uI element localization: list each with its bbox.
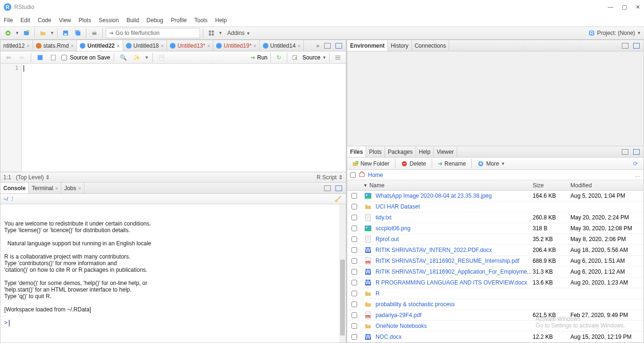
minimize-pane-icon[interactable] bbox=[322, 183, 333, 193]
file-select-checkbox[interactable] bbox=[351, 193, 357, 199]
find-button[interactable]: 🔍 bbox=[118, 52, 128, 63]
rename-button[interactable]: ➜Rename bbox=[436, 160, 468, 167]
sort-by-size[interactable]: Size bbox=[533, 182, 570, 189]
new-folder-button[interactable]: New Folder bbox=[350, 160, 391, 167]
source-tab[interactable]: Untitled13* × bbox=[167, 40, 213, 51]
minimize-button[interactable]: — bbox=[608, 4, 613, 10]
console-output[interactable]: You are welcome to redistribute it under… bbox=[0, 204, 346, 343]
file-name-link[interactable]: UCI HAR Dataset bbox=[376, 203, 420, 210]
file-name-link[interactable]: Rprof.out bbox=[376, 236, 399, 243]
source-button[interactable]: Source bbox=[302, 54, 320, 61]
file-select-checkbox[interactable] bbox=[351, 258, 357, 264]
file-name-link[interactable]: padariya-29F4.pdf bbox=[376, 312, 421, 318]
tab-files[interactable]: Files bbox=[347, 146, 366, 158]
file-name-link[interactable]: WhatsApp Image 2020-08-04 at 23.35.38.jp… bbox=[376, 192, 492, 199]
menu-edit[interactable]: Edit bbox=[20, 17, 30, 24]
close-tab-icon[interactable]: × bbox=[253, 43, 256, 49]
menu-session[interactable]: Session bbox=[99, 17, 119, 24]
dropdown-caret-icon[interactable]: ▼ bbox=[50, 31, 54, 35]
file-select-checkbox[interactable] bbox=[351, 312, 357, 318]
file-select-checkbox[interactable] bbox=[351, 301, 357, 307]
maximize-pane-icon[interactable] bbox=[334, 183, 344, 193]
tab-environment[interactable]: Environment bbox=[347, 40, 388, 51]
show-document-button[interactable] bbox=[48, 52, 59, 63]
dropdown-caret-icon[interactable]: ▼ bbox=[218, 31, 223, 35]
menu-tools[interactable]: Tools bbox=[194, 17, 208, 24]
menu-plots[interactable]: Plots bbox=[79, 17, 92, 24]
file-select-checkbox[interactable] bbox=[351, 226, 357, 231]
rerun-button[interactable]: ↻ bbox=[274, 52, 284, 63]
close-tab-icon[interactable]: × bbox=[298, 43, 301, 49]
file-select-checkbox[interactable] bbox=[351, 247, 357, 253]
file-select-checkbox[interactable] bbox=[351, 215, 357, 220]
file-select-checkbox[interactable] bbox=[351, 204, 357, 209]
file-select-checkbox[interactable] bbox=[351, 280, 357, 285]
popout-icon[interactable]: ⤴ bbox=[11, 196, 14, 202]
close-tab-icon[interactable]: × bbox=[207, 43, 210, 49]
run-button[interactable]: Run bbox=[257, 54, 268, 61]
menu-build[interactable]: Build bbox=[126, 17, 139, 24]
open-file-button[interactable] bbox=[38, 28, 48, 38]
new-file-button[interactable] bbox=[3, 28, 13, 38]
path-more-button[interactable]: … bbox=[635, 172, 641, 178]
source-tab[interactable]: ntitled12 × bbox=[0, 40, 33, 51]
wand-button[interactable]: ✨ bbox=[131, 52, 142, 63]
clear-console-button[interactable]: 🧹 bbox=[333, 194, 343, 204]
active-project[interactable]: R Project: (None) ▼ bbox=[588, 30, 641, 36]
back-button[interactable]: ⇦ bbox=[3, 52, 14, 63]
close-button[interactable]: ✕ bbox=[636, 4, 640, 10]
tab-connections[interactable]: Connections bbox=[412, 40, 450, 51]
dropdown-caret-icon[interactable]: ▼ bbox=[15, 31, 19, 35]
file-select-checkbox[interactable] bbox=[351, 269, 357, 275]
go-to-file-input[interactable]: ➜ Go to file/function bbox=[106, 28, 200, 38]
close-tab-icon[interactable]: × bbox=[26, 43, 29, 49]
print-button[interactable] bbox=[89, 28, 100, 38]
refresh-button[interactable]: ⟳ bbox=[630, 159, 641, 169]
forward-button[interactable]: ⇨ bbox=[17, 52, 27, 63]
new-project-button[interactable] bbox=[21, 28, 32, 38]
source-tab[interactable]: Untitled14 × bbox=[260, 40, 304, 51]
file-select-checkbox[interactable] bbox=[351, 291, 357, 296]
close-tab-icon[interactable]: × bbox=[71, 43, 74, 49]
maximize-pane-icon[interactable] bbox=[631, 41, 642, 51]
tab-console[interactable]: Console bbox=[0, 183, 29, 194]
file-name-link[interactable]: RITIK SHRIVASTAV_18116902_RESUME_Interns… bbox=[376, 258, 519, 264]
file-name-link[interactable]: RITIK SHRIVASTAV_18116902_Application_Fo… bbox=[376, 268, 532, 275]
scrollbar[interactable] bbox=[339, 204, 346, 343]
source-tab[interactable]: Untitled22 × bbox=[77, 40, 123, 51]
file-name-link[interactable]: RITIK SHRIVASTAV_INTERN_2022.PDF.docx bbox=[376, 247, 492, 253]
outline-button[interactable] bbox=[333, 52, 343, 63]
file-name-link[interactable]: tidy.txt bbox=[376, 214, 392, 221]
menu-code[interactable]: Code bbox=[38, 17, 51, 24]
menu-debug[interactable]: Debug bbox=[147, 17, 163, 24]
source-on-save-checkbox[interactable] bbox=[61, 55, 67, 60]
menu-view[interactable]: View bbox=[59, 17, 71, 24]
tab-plots[interactable]: Plots bbox=[366, 146, 385, 157]
addins-menu[interactable]: Addins ▼ bbox=[225, 30, 253, 36]
tab-jobs[interactable]: Jobs × bbox=[61, 183, 84, 193]
source-tab[interactable]: Untitled18 × bbox=[123, 40, 167, 51]
source-tab[interactable]: Untitled19* × bbox=[213, 40, 259, 51]
tab-history[interactable]: History bbox=[388, 40, 411, 51]
file-name-link[interactable]: R bbox=[376, 290, 380, 297]
menu-profile[interactable]: Profile bbox=[171, 17, 187, 24]
menu-help[interactable]: Help bbox=[215, 17, 227, 24]
scope-selector[interactable]: (Top Level) ⇕ bbox=[16, 174, 50, 181]
save-current-button[interactable] bbox=[35, 52, 45, 63]
more-menu[interactable]: More ▼ bbox=[476, 160, 507, 167]
file-name-link[interactable]: R PROGRAMMING LANGUAGE AND ITS OVERVIEW.… bbox=[376, 279, 527, 286]
close-tab-icon[interactable]: × bbox=[117, 43, 119, 49]
source-editor[interactable]: 1 bbox=[0, 64, 346, 172]
report-button[interactable] bbox=[157, 52, 167, 63]
file-name-link[interactable]: OneNote Notebooks bbox=[376, 323, 427, 329]
file-select-checkbox[interactable] bbox=[351, 334, 357, 340]
minimize-pane-icon[interactable] bbox=[620, 147, 630, 157]
minimize-pane-icon[interactable] bbox=[322, 41, 333, 51]
tab-viewer[interactable]: Viewer bbox=[434, 146, 457, 157]
maximize-pane-icon[interactable] bbox=[334, 41, 344, 51]
tab-help[interactable]: Help bbox=[416, 146, 434, 157]
source-tab[interactable]: stats.Rmd × bbox=[33, 40, 77, 51]
maximize-pane-icon[interactable] bbox=[631, 147, 642, 157]
menu-file[interactable]: File bbox=[4, 17, 13, 24]
more-tabs-button[interactable]: » bbox=[314, 42, 321, 49]
